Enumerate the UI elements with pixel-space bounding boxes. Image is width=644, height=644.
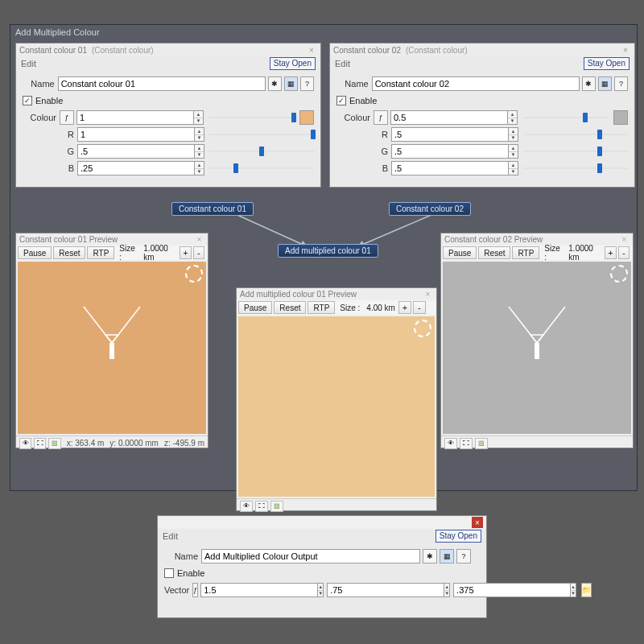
edit-label[interactable]: Edit: [335, 59, 350, 68]
name-label: Name: [23, 79, 55, 89]
r-slider[interactable]: [523, 129, 628, 140]
g-input[interactable]: [391, 144, 509, 159]
compass-icon: [610, 265, 628, 283]
spinner[interactable]: ▲▼: [571, 583, 576, 597]
spinner[interactable]: ▲▼: [195, 144, 204, 159]
gear-icon[interactable]: ✱: [423, 549, 437, 564]
close-icon[interactable]: ×: [619, 235, 630, 244]
doc-icon[interactable]: ▦: [598, 76, 612, 91]
close-icon[interactable]: ×: [620, 44, 631, 56]
spinner[interactable]: ▲▼: [509, 144, 518, 159]
colour-master-input[interactable]: [390, 110, 508, 125]
pause-button[interactable]: Pause: [238, 301, 272, 314]
folder-icon[interactable]: 📁: [581, 583, 592, 597]
vector-y-input[interactable]: [327, 583, 444, 597]
rtp-button[interactable]: RTP: [87, 246, 114, 259]
viewport[interactable]: [18, 262, 206, 434]
b-slider[interactable]: [523, 163, 628, 174]
close-icon[interactable]: ×: [423, 290, 433, 299]
minus-button[interactable]: -: [193, 246, 204, 259]
r-slider[interactable]: [209, 129, 314, 140]
minus-button[interactable]: -: [413, 301, 426, 314]
reset-button[interactable]: Reset: [274, 301, 306, 314]
spinner[interactable]: ▲▼: [195, 127, 204, 142]
b-input[interactable]: [77, 161, 195, 175]
stay-open-button[interactable]: Stay Open: [270, 57, 316, 70]
g-input[interactable]: [77, 144, 195, 159]
doc-icon[interactable]: ▦: [284, 76, 298, 91]
colour-master-slider[interactable]: [208, 112, 295, 123]
help-icon[interactable]: ?: [456, 549, 471, 564]
enable-checkbox[interactable]: ✓: [23, 96, 32, 105]
help-icon[interactable]: ?: [614, 76, 628, 91]
colour-swatch[interactable]: [299, 110, 314, 125]
node-constant-colour-02[interactable]: Constant colour 02: [389, 202, 471, 216]
spinner[interactable]: ▲▼: [195, 161, 204, 175]
expand-icon[interactable]: ⛶: [255, 501, 268, 512]
stay-open-button[interactable]: Stay Open: [584, 57, 630, 70]
stay-open-button[interactable]: Stay Open: [436, 530, 481, 543]
close-icon[interactable]: ×: [472, 517, 483, 528]
r-input[interactable]: [77, 127, 195, 142]
viewport[interactable]: [238, 316, 435, 497]
fx-icon[interactable]: ƒ: [60, 110, 74, 125]
expand-icon[interactable]: ⛶: [34, 438, 46, 449]
b-slider[interactable]: [209, 163, 314, 174]
edit-label[interactable]: Edit: [21, 59, 36, 68]
gear-icon[interactable]: ✱: [268, 76, 282, 91]
rtp-button[interactable]: RTP: [512, 246, 539, 259]
node-constant-colour-01[interactable]: Constant colour 01: [171, 202, 254, 216]
close-icon[interactable]: ×: [306, 44, 317, 56]
b-input[interactable]: [391, 161, 509, 175]
spinner[interactable]: ▲▼: [194, 110, 204, 125]
brush-icon[interactable]: ▨: [270, 501, 283, 512]
plus-button[interactable]: +: [180, 246, 191, 259]
plus-button[interactable]: +: [605, 246, 616, 259]
pause-button[interactable]: Pause: [443, 246, 477, 259]
rtp-button[interactable]: RTP: [308, 301, 335, 314]
name-label: Name: [164, 551, 198, 561]
name-input[interactable]: [372, 76, 580, 91]
brush-icon[interactable]: ▨: [475, 438, 488, 449]
name-input[interactable]: [201, 549, 420, 564]
colour-master-slider[interactable]: [522, 112, 609, 123]
eye-icon[interactable]: 👁: [19, 438, 31, 449]
r-label: R: [60, 130, 74, 139]
vector-z-input[interactable]: [453, 583, 571, 597]
spinner[interactable]: ▲▼: [508, 110, 518, 125]
eye-icon[interactable]: 👁: [240, 501, 253, 512]
edit-label[interactable]: Edit: [163, 531, 178, 541]
gear-icon[interactable]: ✱: [582, 76, 596, 91]
minus-button[interactable]: -: [618, 246, 630, 259]
colour-swatch[interactable]: [613, 110, 628, 125]
brush-icon[interactable]: ▨: [48, 438, 60, 449]
spinner[interactable]: ▲▼: [444, 583, 450, 597]
reset-button[interactable]: Reset: [478, 246, 510, 259]
doc-icon[interactable]: ▦: [440, 549, 454, 564]
spinner[interactable]: ▲▼: [318, 583, 324, 597]
reset-button[interactable]: Reset: [53, 246, 85, 259]
spinner[interactable]: ▲▼: [509, 161, 518, 175]
vector-x-input[interactable]: [200, 583, 318, 597]
terrain-glyph: [505, 303, 569, 375]
name-input[interactable]: [58, 76, 266, 91]
pause-button[interactable]: Pause: [18, 246, 52, 259]
fx-icon[interactable]: ƒ: [374, 110, 388, 125]
g-slider[interactable]: [209, 146, 314, 157]
viewport[interactable]: [443, 262, 631, 434]
colour-master-input[interactable]: [76, 110, 194, 125]
r-input[interactable]: [391, 127, 509, 142]
enable-checkbox[interactable]: [164, 568, 174, 578]
eye-icon[interactable]: 👁: [444, 438, 457, 449]
enable-checkbox[interactable]: ✓: [336, 96, 346, 105]
expand-icon[interactable]: ⛶: [460, 438, 473, 449]
g-slider[interactable]: [523, 146, 628, 157]
size-label: Size :: [340, 303, 360, 312]
plus-button[interactable]: +: [398, 301, 411, 314]
fx-icon[interactable]: ƒ: [192, 583, 198, 597]
node-add-multiplied-colour[interactable]: Add multiplied colour 01: [278, 244, 378, 258]
spinner[interactable]: ▲▼: [509, 127, 518, 142]
close-icon[interactable]: ×: [194, 235, 204, 244]
enable-label: Enable: [349, 96, 377, 105]
help-icon[interactable]: ?: [300, 76, 314, 91]
